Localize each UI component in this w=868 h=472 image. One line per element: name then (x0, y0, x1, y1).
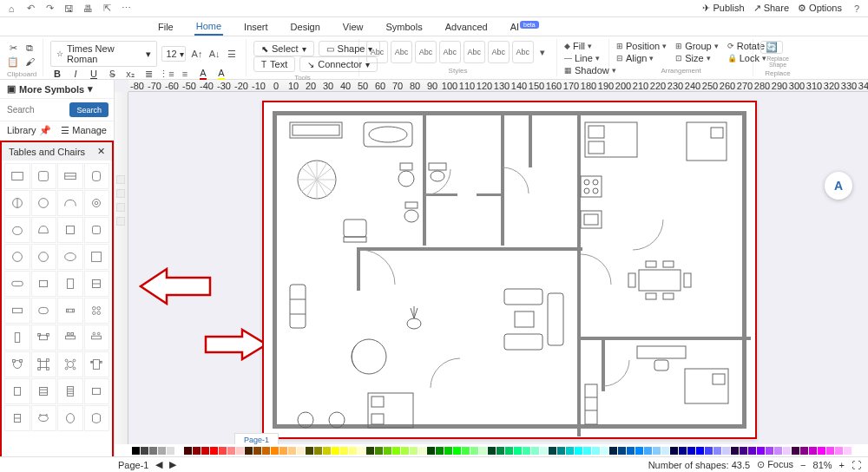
shape-thumb[interactable] (4, 405, 30, 431)
color-swatch[interactable] (609, 447, 617, 455)
color-swatch[interactable] (800, 447, 808, 455)
color-swatch[interactable] (332, 447, 339, 455)
color-swatch[interactable] (557, 447, 565, 455)
bold-button[interactable]: B (50, 67, 64, 81)
shape-thumb[interactable] (31, 190, 57, 216)
color-swatch[interactable] (201, 447, 209, 455)
publish-button[interactable]: ✈ Publish (702, 3, 744, 14)
color-swatch[interactable] (627, 447, 635, 455)
shape-thumb[interactable] (31, 378, 57, 404)
color-swatch[interactable] (141, 447, 148, 455)
color-swatch[interactable] (566, 447, 574, 455)
shape-thumb[interactable] (4, 378, 30, 404)
line-button[interactable]: — Line ▾ (564, 53, 602, 63)
color-swatch[interactable] (722, 447, 730, 455)
shape-thumb[interactable] (57, 271, 83, 297)
focus-button[interactable]: ⊙ Focus (757, 459, 793, 470)
color-swatch[interactable] (496, 447, 504, 455)
color-swatch[interactable] (783, 447, 791, 455)
shape-thumb[interactable] (84, 324, 110, 351)
shape-thumb[interactable] (4, 190, 30, 216)
font-size-select[interactable]: 12▾ (161, 46, 186, 62)
color-swatch[interactable] (774, 447, 782, 455)
shape-thumb[interactable] (31, 271, 57, 297)
tab-symbols[interactable]: Symbols (385, 19, 424, 35)
style-preset[interactable]: Abc (366, 41, 388, 63)
shape-thumb[interactable] (84, 163, 110, 189)
color-swatch[interactable] (279, 447, 287, 455)
shape-thumb[interactable] (31, 163, 57, 189)
print-icon[interactable]: 🖶 (82, 3, 94, 15)
color-swatch[interactable] (713, 447, 721, 455)
search-button[interactable]: Search (69, 102, 108, 117)
color-swatch[interactable] (844, 447, 852, 455)
share-button[interactable]: ↗ Share (753, 3, 789, 14)
color-swatch[interactable] (184, 447, 192, 455)
color-swatch[interactable] (175, 447, 183, 455)
color-swatch[interactable] (236, 447, 244, 455)
line-spacing-icon[interactable]: ≣ (141, 67, 155, 81)
bullets-icon[interactable]: ⋮≡ (160, 67, 174, 81)
subscript-button[interactable]: x₂ (123, 67, 137, 81)
color-swatch[interactable] (583, 447, 591, 455)
shape-thumb[interactable] (57, 190, 83, 216)
color-swatch[interactable] (253, 447, 261, 455)
color-swatch[interactable] (366, 447, 374, 455)
color-swatch[interactable] (418, 447, 426, 455)
color-swatch[interactable] (444, 447, 452, 455)
color-swatch[interactable] (592, 447, 600, 455)
color-swatch[interactable] (835, 447, 843, 455)
shadow-button[interactable]: ▦ Shadow ▾ (564, 65, 602, 75)
color-swatch[interactable] (262, 447, 270, 455)
position-button[interactable]: ⊞ Position ▾ (616, 41, 667, 51)
color-swatch[interactable] (679, 447, 687, 455)
color-swatch[interactable] (132, 447, 140, 455)
tab-file[interactable]: File (156, 19, 175, 35)
shape-thumb[interactable] (31, 405, 57, 431)
prev-page-icon[interactable]: ◀ (155, 459, 162, 470)
shape-thumb[interactable] (31, 244, 57, 270)
italic-button[interactable]: I (69, 67, 82, 81)
options-button[interactable]: ⚙ Options (798, 3, 842, 14)
shape-thumb[interactable] (84, 351, 110, 377)
shape-thumb[interactable] (4, 244, 30, 270)
increase-font-icon[interactable]: A↑ (190, 47, 203, 61)
color-palette[interactable] (115, 444, 868, 456)
select-button[interactable]: ⬉ Select ▾ (253, 41, 314, 56)
style-preset[interactable]: Abc (391, 41, 412, 63)
zoom-out-icon[interactable]: − (800, 460, 806, 470)
shape-thumb[interactable] (31, 351, 57, 377)
color-swatch[interactable] (540, 447, 548, 455)
color-swatch[interactable] (271, 447, 279, 455)
shape-thumb[interactable] (57, 324, 83, 351)
shape-thumb[interactable] (31, 217, 57, 243)
color-swatch[interactable] (740, 447, 747, 455)
copy-icon[interactable]: ⧉ (23, 41, 36, 55)
shape-thumb[interactable] (4, 217, 30, 243)
ai-float-button[interactable]: A (825, 172, 852, 200)
color-swatch[interactable] (653, 447, 661, 455)
tab-ai[interactable]: AIbeta (509, 19, 541, 35)
color-swatch[interactable] (661, 447, 669, 455)
shape-thumb[interactable] (57, 405, 83, 431)
styles-more-icon[interactable]: ▾ (536, 45, 549, 59)
shape-thumb[interactable] (84, 271, 110, 297)
color-swatch[interactable] (488, 447, 496, 455)
color-swatch[interactable] (149, 447, 157, 455)
color-swatch[interactable] (531, 447, 539, 455)
close-icon[interactable]: ✕ (97, 146, 105, 157)
color-swatch[interactable] (384, 447, 391, 455)
color-swatch[interactable] (314, 447, 322, 455)
tab-insert[interactable]: Insert (242, 19, 270, 35)
color-swatch[interactable] (705, 447, 713, 455)
color-swatch[interactable] (618, 447, 626, 455)
color-swatch[interactable] (427, 447, 435, 455)
align-left-icon[interactable]: ☰ (226, 47, 239, 61)
canvas-area[interactable]: -80-70-60-50-40-30-20-100102030405060708… (115, 80, 868, 472)
next-page-icon[interactable]: ▶ (169, 459, 176, 470)
shape-thumb[interactable] (57, 163, 83, 189)
shape-thumb[interactable] (4, 324, 30, 351)
color-swatch[interactable] (757, 447, 765, 455)
style-preset[interactable]: Abc (415, 41, 437, 63)
shape-thumb[interactable] (84, 217, 110, 243)
